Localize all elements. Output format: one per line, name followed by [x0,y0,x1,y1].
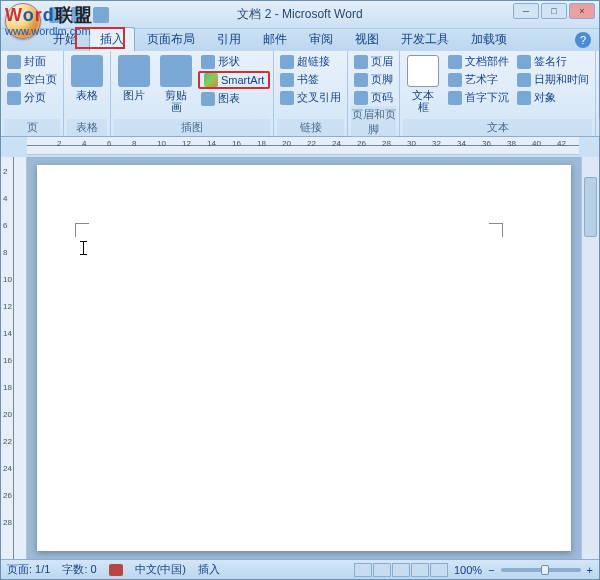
ruler-horizontal[interactable]: 24681012141618202224262830323436384042 [27,137,579,155]
quickparts-button[interactable]: 文档部件 [445,53,512,70]
sigline-button[interactable]: 签名行 [514,53,592,70]
statusbar: 页面: 1/1 字数: 0 中文(中国) 插入 100% − + [1,559,599,579]
group-headerfooter: 页眉 页脚 页码 页眉和页脚 [348,51,400,136]
object-button[interactable]: 对象 [514,89,592,106]
shapes-button[interactable]: 形状 [198,53,270,70]
minimize-button[interactable]: ─ [513,3,539,19]
group-pages: 封面 空白页 分页 页 [1,51,64,136]
text-cursor [83,241,84,255]
ribbon: 封面 空白页 分页 页 表格 表格 图片 [1,51,599,137]
header-button[interactable]: 页眉 [351,53,396,70]
titlebar: 文档 2 - Microsoft Word ─ □ × [1,1,599,29]
smartart-icon [204,73,218,87]
ruler-vertical[interactable]: 246810121416182022242628 [1,157,27,559]
redo-icon[interactable] [93,7,109,23]
tab-review[interactable]: 审阅 [299,28,343,51]
pagenum-button[interactable]: 页码 [351,89,396,106]
save-icon[interactable] [49,7,65,23]
chart-button[interactable]: 图表 [198,90,270,107]
tab-references[interactable]: 引用 [207,28,251,51]
view-web[interactable] [392,563,410,577]
cover-page-button[interactable]: 封面 [4,53,60,70]
status-words[interactable]: 字数: 0 [62,562,96,577]
tab-insert[interactable]: 插入 [89,27,135,51]
table-button[interactable]: 表格 [67,53,107,103]
tab-view[interactable]: 视图 [345,28,389,51]
zoom-thumb[interactable] [541,565,549,575]
picture-button[interactable]: 图片 [114,53,154,103]
tab-developer[interactable]: 开发工具 [391,28,459,51]
status-lang[interactable]: 中文(中国) [135,562,186,577]
object-icon [517,91,531,105]
clipart-button[interactable]: 剪贴画 [156,53,196,115]
pagenum-icon [354,91,368,105]
help-icon[interactable]: ? [575,32,591,48]
textbox-icon [407,55,439,87]
document-page[interactable] [37,165,571,551]
margin-corner-tr [489,223,503,237]
page-break-button[interactable]: 分页 [4,89,60,106]
tab-pagelayout[interactable]: 页面布局 [137,28,205,51]
zoom-slider[interactable] [501,568,581,572]
zoom-level[interactable]: 100% [454,564,482,576]
vertical-scrollbar[interactable] [581,157,599,559]
scrollbar-thumb[interactable] [584,177,597,237]
dropcap-icon [448,91,462,105]
group-text: 文本框 文档部件 艺术字 首字下沉 签名行 日期和时间 对象 文本 [400,51,596,136]
maximize-button[interactable]: □ [541,3,567,19]
status-mode[interactable]: 插入 [198,562,220,577]
hyperlink-button[interactable]: 超链接 [277,53,344,70]
cover-icon [7,55,21,69]
tab-home[interactable]: 开始 [43,28,87,51]
office-button[interactable] [5,3,41,39]
zoom-in-button[interactable]: + [587,564,593,576]
view-print-layout[interactable] [354,563,372,577]
footer-icon [354,73,368,87]
chart-icon [201,92,215,106]
close-button[interactable]: × [569,3,595,19]
break-icon [7,91,21,105]
document-area: 246810121416182022242628 [1,157,599,559]
shapes-icon [201,55,215,69]
dropcap-button[interactable]: 首字下沉 [445,89,512,106]
tab-mailings[interactable]: 邮件 [253,28,297,51]
group-symbols: π公式 Ω符号 编号 符号 [596,51,600,136]
sigline-icon [517,55,531,69]
header-icon [354,55,368,69]
ribbon-tabs: 开始 插入 页面布局 引用 邮件 审阅 视图 开发工具 加载项 ? [1,29,599,51]
quickparts-icon [448,55,462,69]
crossref-icon [280,91,294,105]
hyperlink-icon [280,55,294,69]
crossref-button[interactable]: 交叉引用 [277,89,344,106]
zoom-out-button[interactable]: − [488,564,494,576]
table-icon [71,55,103,87]
view-draft[interactable] [430,563,448,577]
wordart-icon [448,73,462,87]
proofing-icon[interactable] [109,564,123,576]
group-tables: 表格 表格 [64,51,111,136]
picture-icon [118,55,150,87]
textbox-button[interactable]: 文本框 [403,53,443,115]
datetime-button[interactable]: 日期和时间 [514,71,592,88]
undo-icon[interactable] [71,7,87,23]
bookmark-icon [280,73,294,87]
blank-page-button[interactable]: 空白页 [4,71,60,88]
status-page[interactable]: 页面: 1/1 [7,562,50,577]
group-links: 超链接 书签 交叉引用 链接 [274,51,348,136]
tab-addins[interactable]: 加载项 [461,28,517,51]
group-illustrations: 图片 剪贴画 形状 SmartArt 图表 插图 [111,51,274,136]
datetime-icon [517,73,531,87]
footer-button[interactable]: 页脚 [351,71,396,88]
view-outline[interactable] [411,563,429,577]
quick-access-toolbar [49,7,109,23]
clipart-icon [160,55,192,87]
wordart-button[interactable]: 艺术字 [445,71,512,88]
view-fullscreen[interactable] [373,563,391,577]
blank-icon [7,73,21,87]
smartart-button[interactable]: SmartArt [198,71,270,89]
bookmark-button[interactable]: 书签 [277,71,344,88]
view-buttons [354,563,448,577]
page-viewport [27,157,581,559]
app-window: Word联盟 www.wordlm.com 文档 2 - Microsoft W… [0,0,600,580]
margin-corner-tl [75,223,89,237]
